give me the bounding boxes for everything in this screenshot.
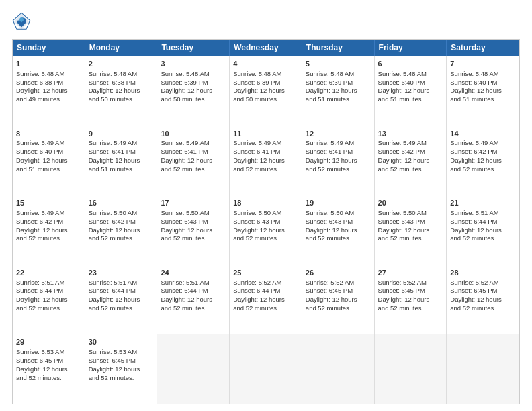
- day-number: 2: [89, 59, 154, 69]
- day-number: 27: [378, 268, 443, 278]
- day-cell-19: 19Sunrise: 5:50 AMSunset: 6:43 PMDayligh…: [302, 195, 375, 265]
- day-info-line: Sunset: 6:44 PM: [450, 218, 516, 226]
- day-info-line: Sunrise: 5:48 AM: [450, 70, 516, 79]
- day-info-line: Daylight: 12 hours: [89, 87, 154, 95]
- day-info-line: Sunset: 6:45 PM: [450, 287, 516, 295]
- day-info-line: and 49 minutes.: [16, 95, 81, 104]
- day-cell-20: 20Sunrise: 5:50 AMSunset: 6:43 PMDayligh…: [375, 195, 447, 265]
- calendar-row-3: 15Sunrise: 5:49 AMSunset: 6:42 PMDayligh…: [13, 195, 519, 265]
- day-cell-16: 16Sunrise: 5:50 AMSunset: 6:42 PMDayligh…: [85, 195, 158, 265]
- day-number: 24: [161, 268, 226, 278]
- day-cell-4: 4Sunrise: 5:48 AMSunset: 6:39 PMDaylight…: [230, 56, 302, 126]
- day-cell-empty-4-3: [230, 334, 302, 404]
- day-info-line: Daylight: 12 hours: [161, 87, 226, 95]
- day-number: 1: [16, 59, 81, 69]
- day-info-line: Daylight: 12 hours: [378, 156, 443, 165]
- day-cell-25: 25Sunrise: 5:52 AMSunset: 6:44 PMDayligh…: [230, 265, 302, 334]
- day-cell-18: 18Sunrise: 5:50 AMSunset: 6:43 PMDayligh…: [230, 195, 302, 265]
- day-info-line: and 51 minutes.: [16, 165, 81, 174]
- day-info-line: Sunrise: 5:51 AM: [161, 279, 226, 287]
- day-info-line: Sunrise: 5:49 AM: [450, 139, 516, 148]
- day-cell-10: 10Sunrise: 5:49 AMSunset: 6:41 PMDayligh…: [157, 126, 230, 195]
- day-cell-8: 8Sunrise: 5:49 AMSunset: 6:40 PMDaylight…: [13, 126, 85, 195]
- day-info-line: and 50 minutes.: [89, 95, 154, 104]
- day-info-line: Sunrise: 5:49 AM: [89, 139, 154, 148]
- day-info-line: Sunrise: 5:52 AM: [378, 279, 443, 287]
- day-number: 30: [89, 337, 154, 347]
- day-info-line: and 52 minutes.: [378, 304, 443, 313]
- day-cell-9: 9Sunrise: 5:49 AMSunset: 6:41 PMDaylight…: [85, 126, 158, 195]
- day-info-line: and 52 minutes.: [378, 234, 443, 243]
- day-info-line: Daylight: 12 hours: [89, 295, 154, 304]
- day-info-line: Sunset: 6:40 PM: [378, 79, 443, 87]
- day-cell-26: 26Sunrise: 5:52 AMSunset: 6:45 PMDayligh…: [302, 265, 375, 334]
- day-number: 29: [16, 337, 81, 347]
- day-info-line: Sunset: 6:38 PM: [89, 79, 154, 87]
- day-info-line: Daylight: 12 hours: [450, 87, 516, 95]
- day-number: 8: [16, 129, 81, 139]
- calendar-header: SundayMondayTuesdayWednesdayThursdayFrid…: [13, 40, 519, 56]
- day-info-line: Sunset: 6:45 PM: [89, 357, 154, 365]
- day-info-line: Sunrise: 5:48 AM: [306, 70, 371, 79]
- day-info-line: and 52 minutes.: [450, 234, 516, 243]
- day-info-line: Daylight: 12 hours: [306, 87, 371, 95]
- day-info-line: Sunrise: 5:51 AM: [89, 279, 154, 287]
- day-info-line: and 50 minutes.: [233, 95, 298, 104]
- day-number: 17: [161, 198, 226, 208]
- day-cell-22: 22Sunrise: 5:51 AMSunset: 6:44 PMDayligh…: [13, 265, 85, 334]
- day-info-line: Sunset: 6:44 PM: [16, 287, 81, 295]
- calendar-row-1: 1Sunrise: 5:48 AMSunset: 6:38 PMDaylight…: [13, 56, 519, 126]
- header-day-saturday: Saturday: [447, 40, 519, 56]
- day-info-line: and 52 minutes.: [450, 304, 516, 313]
- day-cell-21: 21Sunrise: 5:51 AMSunset: 6:44 PMDayligh…: [447, 195, 519, 265]
- day-info-line: Sunset: 6:43 PM: [378, 218, 443, 226]
- day-cell-15: 15Sunrise: 5:49 AMSunset: 6:42 PMDayligh…: [13, 195, 85, 265]
- day-info-line: Sunset: 6:41 PM: [233, 148, 298, 156]
- day-info-line: Sunset: 6:44 PM: [233, 287, 298, 295]
- day-info-line: Daylight: 12 hours: [450, 295, 516, 304]
- day-info-line: Daylight: 12 hours: [450, 226, 516, 235]
- day-number: 12: [306, 129, 371, 139]
- day-info-line: Sunset: 6:43 PM: [233, 218, 298, 226]
- day-info-line: Sunset: 6:45 PM: [306, 287, 371, 295]
- day-number: 4: [233, 59, 298, 69]
- day-cell-24: 24Sunrise: 5:51 AMSunset: 6:44 PMDayligh…: [157, 265, 230, 334]
- header: [12, 12, 520, 31]
- day-number: 23: [89, 268, 154, 278]
- day-info-line: and 52 minutes.: [161, 304, 226, 313]
- day-number: 15: [16, 198, 81, 208]
- logo-icon: [12, 12, 31, 31]
- day-info-line: Daylight: 12 hours: [16, 156, 81, 165]
- day-info-line: Sunrise: 5:48 AM: [89, 70, 154, 79]
- day-info-line: Sunrise: 5:51 AM: [16, 279, 81, 287]
- day-number: 14: [450, 129, 516, 139]
- day-info-line: Sunrise: 5:49 AM: [16, 139, 81, 148]
- header-day-monday: Monday: [85, 40, 158, 56]
- day-info-line: Sunrise: 5:48 AM: [16, 70, 81, 79]
- day-cell-7: 7Sunrise: 5:48 AMSunset: 6:40 PMDaylight…: [447, 56, 519, 126]
- day-cell-empty-4-2: [157, 334, 230, 404]
- day-info-line: and 52 minutes.: [233, 234, 298, 243]
- day-info-line: Sunset: 6:39 PM: [161, 79, 226, 87]
- day-number: 16: [89, 198, 154, 208]
- day-info-line: and 52 minutes.: [378, 165, 443, 174]
- day-info-line: Sunset: 6:42 PM: [89, 218, 154, 226]
- day-number: 26: [306, 268, 371, 278]
- day-info-line: Daylight: 12 hours: [306, 226, 371, 235]
- day-number: 11: [233, 129, 298, 139]
- day-info-line: and 50 minutes.: [161, 95, 226, 104]
- day-number: 10: [161, 129, 226, 139]
- day-info-line: Sunrise: 5:48 AM: [378, 70, 443, 79]
- day-number: 22: [16, 268, 81, 278]
- day-info-line: and 52 minutes.: [161, 234, 226, 243]
- day-info-line: Sunset: 6:40 PM: [16, 148, 81, 156]
- day-info-line: Daylight: 12 hours: [89, 156, 154, 165]
- day-number: 9: [89, 129, 154, 139]
- day-info-line: Sunrise: 5:49 AM: [16, 209, 81, 218]
- day-info-line: Daylight: 12 hours: [306, 156, 371, 165]
- day-info-line: and 52 minutes.: [16, 374, 81, 383]
- day-info-line: and 52 minutes.: [233, 304, 298, 313]
- calendar-body: 1Sunrise: 5:48 AMSunset: 6:38 PMDaylight…: [13, 56, 519, 404]
- day-info-line: and 52 minutes.: [233, 165, 298, 174]
- day-number: 5: [306, 59, 371, 69]
